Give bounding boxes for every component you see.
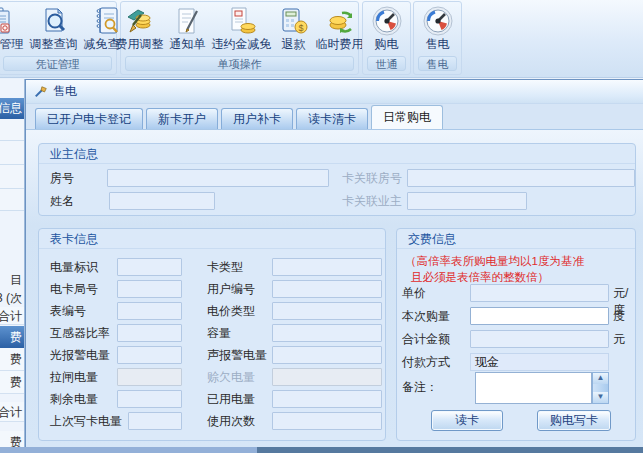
- ribbon-group-caption: 凭证管理: [3, 56, 112, 71]
- remark-scrollbar[interactable]: ▲ ▼: [592, 372, 609, 404]
- scroll-up-icon[interactable]: ▲: [593, 373, 608, 384]
- payment-method-field: 现金: [470, 353, 609, 371]
- voucher-manage-button[interactable]: 凭证管理: [0, 5, 27, 51]
- ribbon-group-shitong: 购电 世通: [362, 1, 411, 75]
- payment-info-title: 交费信息: [397, 229, 635, 249]
- trip-power-label: 拉闸电量: [50, 369, 98, 386]
- ribbon-item-label: 临时费用: [316, 37, 364, 51]
- meter-gauge-icon: [371, 5, 403, 37]
- sound-alarm-label: 声报警电量: [207, 347, 267, 364]
- total-amount-field: [470, 330, 609, 348]
- adjust-query-button[interactable]: 调整查询: [27, 5, 81, 51]
- total-amount-label: 合计金额: [402, 331, 450, 348]
- owner-name-field: [109, 192, 215, 210]
- sidebar-row: [0, 189, 25, 211]
- total-amount-unit: 元: [613, 331, 625, 348]
- sidebar-item[interactable]: 费: [0, 348, 24, 371]
- trip-power-field: [117, 368, 182, 386]
- ribbon-group-sell: 售电 售电: [413, 1, 462, 75]
- card-bureau-no-label: 电卡局号: [50, 281, 98, 298]
- purchase-qty-input[interactable]: [470, 307, 609, 325]
- coins-refresh-icon: [324, 5, 356, 37]
- sidebar-item[interactable]: 3 (次: [0, 290, 24, 307]
- card-linked-owner-label: 卡关联业主: [342, 193, 402, 210]
- ribbon-group-caption: 世通: [367, 56, 406, 71]
- status-strip-left: [0, 447, 257, 453]
- price-type-label: 电价类型: [207, 303, 255, 320]
- sidebar-item[interactable]: 费: [0, 371, 24, 394]
- owner-info-group: 业主信息 房号 卡关联房号 姓名 卡关联业主: [38, 143, 636, 216]
- ribbon-item-label: 费用调整: [116, 37, 164, 51]
- tab-daily-purchase[interactable]: 日常购电: [371, 105, 443, 129]
- voucher-ledger-icon: [0, 5, 16, 37]
- sidebar-item[interactable]: 缴合计: [0, 307, 24, 325]
- purchase-write-card-button[interactable]: 购电写卡: [537, 410, 611, 431]
- last-write-power-field: [128, 412, 182, 430]
- credit-power-label: 赊欠电量: [207, 369, 255, 386]
- tab-page-daily-purchase: 业主信息 房号 卡关联房号 姓名 卡关联业主 表卡信息 电量标识 卡类型 电卡局…: [26, 129, 643, 447]
- sell-power-panel: 售电 已开户电卡登记 新卡开户 用户补卡 读卡清卡 日常购电 业主信息 房号 卡…: [25, 79, 643, 447]
- user-number-field: [272, 280, 382, 298]
- panel-tool-icon: [34, 85, 48, 99]
- scroll-down-icon[interactable]: ▼: [593, 392, 608, 403]
- sidebar-item[interactable]: 信息: [0, 98, 24, 119]
- used-power-field: [272, 390, 382, 408]
- room-number-label: 房号: [50, 170, 74, 187]
- sidebar-item[interactable]: 缴合计: [0, 402, 24, 422]
- meter-number-label: 表编号: [50, 303, 86, 320]
- ct-ratio-field: [117, 324, 182, 342]
- sell-power-button[interactable]: 售电: [419, 5, 457, 51]
- light-alarm-label: 光报警电量: [50, 347, 110, 364]
- capacity-field: [272, 324, 382, 342]
- ct-ratio-label: 互感器比率: [50, 325, 110, 342]
- panel-header: 售电: [26, 80, 643, 104]
- purchase-qty-unit: 度: [613, 308, 625, 325]
- panel-title: 售电: [53, 83, 77, 100]
- ribbon-item-label: 售电: [426, 37, 450, 51]
- light-alarm-field: [117, 346, 182, 364]
- svg-text:$: $: [298, 23, 303, 33]
- tab-registered-card[interactable]: 已开户电卡登记: [35, 108, 143, 129]
- card-type-label: 卡类型: [207, 259, 243, 276]
- card-linked-room-label: 卡关联房号: [342, 170, 402, 187]
- ribbon-item-label: 违约金减免: [212, 37, 272, 51]
- last-write-power-label: 上次写卡电量: [50, 413, 122, 430]
- price-type-field: [272, 302, 382, 320]
- buy-power-button[interactable]: 购电: [368, 5, 406, 51]
- ribbon-group-voucher: 凭证管理 调整查询: [0, 1, 117, 75]
- credit-power-field: [272, 368, 382, 386]
- notice-pencil-icon: [172, 5, 204, 37]
- sidebar-row: [0, 165, 25, 189]
- remaining-power-label: 剩余电量: [50, 391, 98, 408]
- owner-name-label: 姓名: [50, 193, 74, 210]
- unit-price-label: 单价: [402, 285, 426, 302]
- meter-number-field: [117, 302, 182, 320]
- tab-read-clear-card[interactable]: 读卡清卡: [296, 108, 368, 129]
- ribbon-item-label: 退款: [282, 37, 306, 51]
- sidebar-item[interactable]: 目: [0, 272, 24, 289]
- document-search-icon: [38, 5, 70, 37]
- temp-fee-button[interactable]: 临时费用: [313, 5, 367, 51]
- status-strip-right: [257, 447, 643, 453]
- tab-new-card-account[interactable]: 新卡开户: [146, 108, 218, 129]
- notice-button[interactable]: 通知单: [167, 5, 209, 51]
- sound-alarm-field: [272, 346, 382, 364]
- ribbon-item-label: 购电: [375, 37, 399, 51]
- coins-pencil-icon: [124, 5, 156, 37]
- application-window: 凭证管理 调整查询: [0, 0, 643, 453]
- tab-bar: 已开户电卡登记 新卡开户 用户补卡 读卡清卡 日常购电: [26, 104, 643, 129]
- owner-info-title: 业主信息: [39, 144, 635, 164]
- remark-label: 备注：: [402, 379, 438, 396]
- calculator-coin-icon: $: [278, 5, 310, 37]
- tab-replace-card[interactable]: 用户补卡: [221, 108, 293, 129]
- refund-button[interactable]: $ 退款: [275, 5, 313, 51]
- meter-card-info-title: 表卡信息: [39, 229, 385, 249]
- remark-textarea[interactable]: [475, 372, 592, 404]
- payment-method-label: 付款方式: [402, 354, 450, 371]
- power-flag-field: [117, 258, 182, 276]
- penalty-waiver-button[interactable]: 违约金减免: [209, 5, 275, 51]
- sidebar-item[interactable]: 费: [0, 326, 24, 348]
- read-card-button[interactable]: 读卡: [431, 410, 503, 431]
- fee-adjust-button[interactable]: 费用调整: [113, 5, 167, 51]
- power-flag-label: 电量标识: [50, 259, 98, 276]
